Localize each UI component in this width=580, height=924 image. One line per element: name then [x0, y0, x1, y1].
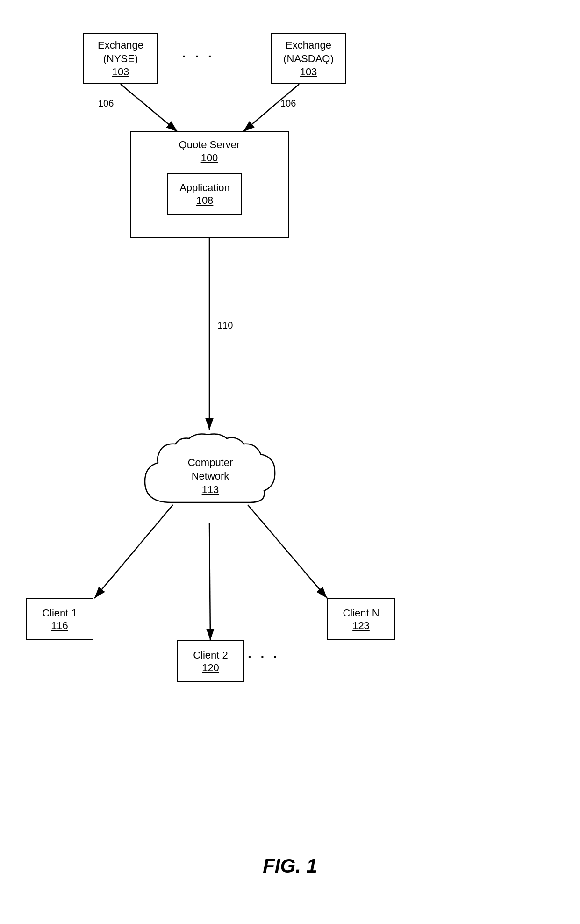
exchange-nasdaq-label: Exchange (NASDAQ) [283, 39, 334, 65]
arrow-label-106-right: 106 [280, 98, 296, 109]
exchange-nyse-id: 103 [112, 66, 129, 78]
diagram-container: Exchange (NYSE) 103 Exchange (NASDAQ) 10… [0, 0, 580, 924]
arrow-label-106-left: 106 [98, 98, 114, 109]
svg-line-5 [209, 523, 210, 640]
svg-line-1 [121, 84, 178, 132]
top-dots: · · · [182, 49, 215, 64]
exchange-nyse-box: Exchange (NYSE) 103 [83, 33, 158, 84]
client2-id: 120 [202, 662, 219, 674]
client2-label: Client 2 [193, 649, 228, 662]
exchange-nasdaq-id: 103 [300, 66, 317, 78]
clientn-id: 123 [352, 620, 370, 632]
client2-box: Client 2 120 [177, 640, 244, 682]
arrows-svg [0, 0, 580, 924]
computer-network-label: ComputerNetwork [188, 457, 233, 482]
client1-id: 116 [51, 620, 68, 632]
quote-server-label: Quote Server [179, 138, 240, 152]
application-id: 108 [196, 194, 214, 207]
figure-caption: FIG. 1 [263, 855, 317, 877]
client1-label: Client 1 [42, 607, 77, 620]
computer-network-id: 113 [202, 484, 219, 495]
application-label: Application [179, 181, 230, 195]
client1-box: Client 1 116 [26, 598, 93, 640]
arrow-label-110: 110 [217, 320, 233, 331]
clientn-label: Client N [343, 607, 379, 620]
bottom-dots: · · · [248, 650, 280, 665]
quote-server-id: 100 [201, 152, 218, 164]
computer-network-cloud: ComputerNetwork 113 [131, 430, 290, 523]
clientn-box: Client N 123 [327, 598, 395, 640]
application-box: Application 108 [167, 173, 242, 215]
exchange-nasdaq-box: Exchange (NASDAQ) 103 [271, 33, 346, 84]
exchange-nyse-label: Exchange (NYSE) [98, 39, 143, 65]
cloud-text: ComputerNetwork 113 [188, 456, 233, 497]
